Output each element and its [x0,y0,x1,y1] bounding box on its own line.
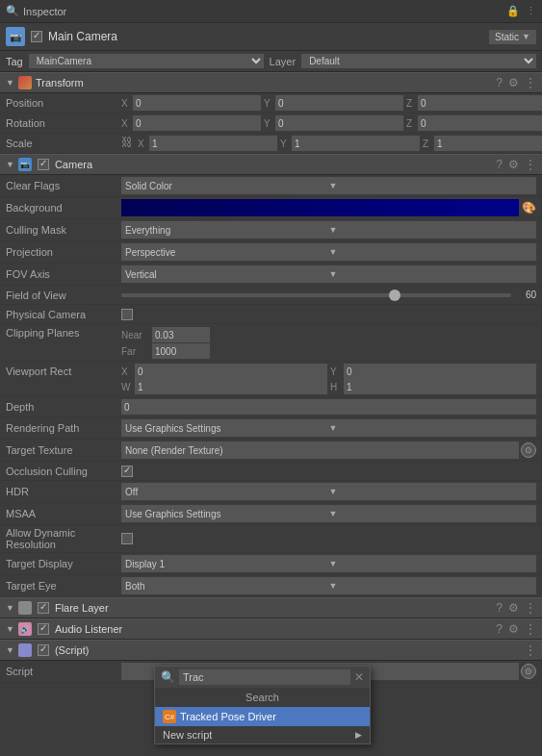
pos-x-label: X [121,98,131,109]
culling-mask-arrow: ▼ [329,225,533,235]
near-input[interactable] [152,327,210,342]
rot-z-input[interactable] [418,115,542,131]
flare-icon [18,601,32,615]
vp-y-input[interactable] [344,364,536,379]
occlusion-culling-checkbox[interactable] [121,466,133,477]
rot-x-input[interactable] [133,115,261,131]
transform-header-icons: ? ⚙ ⋮ [496,76,536,89]
transform-section-header[interactable]: ▼ Transform ? ⚙ ⋮ [0,72,542,93]
search-input-row: 🔍 ✕ [155,667,370,688]
vp-h-field: H [330,379,536,394]
rendering-path-dropdown[interactable]: Use Graphics Settings ▼ [121,419,536,437]
script-active-checkbox[interactable] [38,644,49,656]
transform-arrow: ▼ [6,78,14,88]
pos-z-input[interactable] [418,95,542,111]
search-result-tracked[interactable]: C# Tracked Pose Driver [155,707,370,726]
dynamic-resolution-checkbox[interactable] [121,533,133,544]
depth-input[interactable] [121,399,536,415]
script-picker-btn[interactable]: ⊙ [521,664,536,679]
clear-flags-dropdown[interactable]: Solid Color ▼ [121,177,536,194]
vp-w-field: W [121,379,327,394]
background-picker-icon[interactable]: 🎨 [522,201,536,214]
rot-y-input[interactable] [275,115,403,131]
object-active-checkbox[interactable] [31,31,42,42]
background-color-swatch[interactable] [121,199,519,216]
audio-active-checkbox[interactable] [38,623,49,635]
titlebar: 🔍 Inspector 🔒 ⋮ [0,0,542,23]
hdr-dropdown[interactable]: Off ▼ [121,483,536,500]
far-input[interactable] [152,343,210,359]
search-label: Search [155,688,370,707]
target-texture-row: Target Texture None (Render Texture) ⊙ [0,440,542,462]
flare-section-header[interactable]: ▼ Flare Layer ? ⚙ ⋮ [0,597,542,618]
target-eye-dropdown[interactable]: Both ▼ [121,577,536,594]
camera-active-checkbox[interactable] [38,159,49,170]
scale-y-input[interactable] [292,136,420,151]
static-button[interactable]: Static ▼ [489,30,536,44]
vp-x-input[interactable] [135,364,327,379]
tag-layer-row: Tag MainCamera Layer Default [0,51,542,72]
script-menu-icon[interactable]: ⋮ [525,643,536,657]
pos-y-input[interactable] [275,95,403,111]
flare-active-checkbox[interactable] [38,602,49,614]
physical-camera-label: Physical Camera [6,309,121,320]
flare-help-icon[interactable]: ? [496,601,503,615]
target-eye-label: Target Eye [6,580,121,592]
flare-menu-icon[interactable]: ⋮ [525,601,536,615]
camera-settings-icon[interactable]: ⚙ [508,158,519,171]
vp-x-field: X [121,364,327,379]
fov-slider-thumb[interactable] [389,290,400,301]
scale-x-input[interactable] [149,136,277,151]
position-label: Position [6,97,121,109]
culling-mask-row: Culling Mask Everything ▼ [0,219,542,241]
target-texture-dropdown[interactable]: None (Render Texture) [121,441,519,459]
target-display-dropdown[interactable]: Display 1 ▼ [121,555,536,572]
scale-xyz: ⛓ X Y Z [121,136,542,151]
layer-label: Layer [270,56,297,67]
camera-section-header[interactable]: ▼ 📷 Camera ? ⚙ ⋮ [0,154,542,175]
script-title: (Script) [55,644,89,656]
msaa-arrow: ▼ [329,509,533,518]
audio-menu-icon[interactable]: ⋮ [525,622,536,636]
rot-x-label: X [121,118,131,129]
camera-help-icon[interactable]: ? [496,158,503,171]
pos-x-input[interactable] [133,95,261,111]
camera-menu-icon[interactable]: ⋮ [525,158,536,171]
transform-menu-icon[interactable]: ⋮ [525,76,536,89]
lock-icon[interactable]: 🔒 [506,5,520,17]
audio-settings-icon[interactable]: ⚙ [508,622,519,636]
tag-select[interactable]: MainCamera [29,54,264,68]
audio-section-header[interactable]: ▼ 🔊 Audio Listener ? ⚙ ⋮ [0,618,542,640]
scale-z-input[interactable] [434,136,542,151]
vp-w-label: W [121,382,133,392]
target-texture-picker-btn[interactable]: ⊙ [521,442,536,458]
menu-icon[interactable]: ⋮ [526,5,536,17]
target-display-arrow: ▼ [329,559,533,568]
search-magnifier-icon: 🔍 [161,670,175,684]
vp-h-input[interactable] [344,379,536,394]
script-section-header[interactable]: ▼ (Script) ⋮ [0,640,542,661]
transform-settings-icon[interactable]: ⚙ [508,76,519,89]
search-clear-button[interactable]: ✕ [354,670,364,684]
physical-camera-checkbox[interactable] [121,309,133,320]
search-input[interactable] [179,669,350,685]
culling-mask-dropdown[interactable]: Everything ▼ [121,221,536,239]
vp-w-input[interactable] [135,379,327,394]
msaa-dropdown[interactable]: Use Graphics Settings ▼ [121,505,536,522]
fov-axis-dropdown[interactable]: Vertical ▼ [121,265,536,283]
rot-z-field: Z [406,115,542,131]
layer-select[interactable]: Default [301,54,536,68]
pos-x-field: X [121,95,261,111]
flare-arrow: ▼ [6,603,14,613]
near-row: Near [121,327,536,342]
physical-camera-row: Physical Camera [0,305,542,324]
flare-settings-icon[interactable]: ⚙ [508,601,519,615]
audio-help-icon[interactable]: ? [496,622,503,636]
clipping-planes-row: Clipping Planes Near Far [0,324,542,362]
projection-dropdown[interactable]: Perspective ▼ [121,243,536,261]
rot-y-field: Y [264,115,403,131]
transform-help-icon[interactable]: ? [496,76,503,89]
script-label: Script [6,666,121,677]
fov-slider-track[interactable] [121,293,511,297]
search-result-new-script[interactable]: New script ▶ [155,726,370,743]
